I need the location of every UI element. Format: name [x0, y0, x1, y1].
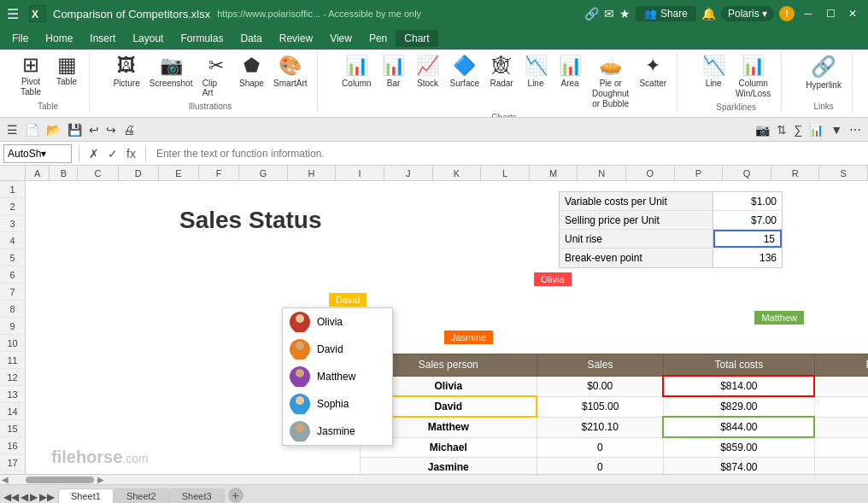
- col-header-H[interactable]: H: [288, 166, 337, 180]
- menu-insert[interactable]: Insert: [81, 30, 124, 47]
- sheet-tab-1[interactable]: Sheet1: [58, 488, 114, 503]
- add-sheet-button[interactable]: +: [228, 488, 243, 503]
- radar-chart-button[interactable]: 🕸 Radar: [486, 53, 517, 90]
- col-header-I[interactable]: I: [336, 166, 384, 180]
- menu-view[interactable]: View: [321, 30, 361, 47]
- menu-formulas[interactable]: Formulas: [172, 30, 232, 47]
- cell-olivia-totalcosts[interactable]: $814.00: [663, 376, 814, 396]
- qa-formula-icon[interactable]: ∑: [792, 121, 804, 138]
- col-header-K[interactable]: K: [433, 166, 482, 180]
- cell-david-totalcosts[interactable]: $829.00: [663, 396, 814, 417]
- cell-jasmine-profit[interactable]: ($454.00): [814, 458, 868, 475]
- line-chart-button[interactable]: 📉 Line: [520, 53, 551, 90]
- cell-michael-profit[interactable]: ($544.00): [814, 437, 868, 458]
- scroll-right-btn[interactable]: ▶: [97, 475, 104, 484]
- qa-undo-icon[interactable]: ↩: [87, 121, 101, 138]
- row-3[interactable]: 3: [0, 215, 25, 232]
- cell-jasmine-totalcosts[interactable]: $874.00: [663, 458, 814, 475]
- row-17[interactable]: 17: [0, 454, 25, 471]
- qa-print-icon[interactable]: 🖨: [121, 121, 137, 138]
- menu-review[interactable]: Review: [271, 30, 321, 47]
- row-13[interactable]: 13: [0, 386, 25, 403]
- sheet-nav-last[interactable]: ▶▶: [39, 491, 55, 503]
- row-2[interactable]: 2: [0, 198, 25, 215]
- dropdown-item-david[interactable]: David: [283, 336, 392, 363]
- cell-jasmine-name[interactable]: Jasmine: [360, 458, 537, 475]
- close-button[interactable]: ✕: [844, 5, 861, 22]
- row-15[interactable]: 15: [0, 420, 25, 437]
- share-button[interactable]: 👥 Share: [636, 6, 696, 21]
- col-header-E[interactable]: E: [159, 166, 199, 180]
- function-button[interactable]: fx: [124, 147, 138, 161]
- sheet-tab-3[interactable]: Sheet3: [169, 488, 225, 503]
- stock-chart-button[interactable]: 📈 Stock: [413, 53, 443, 90]
- column-chart-button[interactable]: 📊 Column: [338, 53, 374, 90]
- row-1[interactable]: 1: [0, 181, 25, 198]
- row-7[interactable]: 7: [0, 284, 25, 301]
- cell-michael-sales[interactable]: 0: [537, 437, 663, 458]
- dropdown-item-sophia[interactable]: Sophia: [283, 390, 392, 418]
- maximize-button[interactable]: ☐: [822, 5, 839, 22]
- col-header-R[interactable]: R: [771, 166, 820, 180]
- row-5[interactable]: 5: [0, 249, 25, 266]
- link-icon[interactable]: 🔗: [584, 7, 599, 20]
- picture-button[interactable]: 🖼 Picture: [110, 53, 143, 90]
- qa-more-icon[interactable]: ⋯: [847, 121, 863, 138]
- surface-chart-button[interactable]: 🔷 Surface: [447, 53, 483, 90]
- cell-olivia-sales[interactable]: $0.00: [537, 376, 663, 396]
- formula-input[interactable]: [153, 144, 865, 163]
- bell-icon[interactable]: 🔔: [701, 7, 716, 20]
- menu-layout[interactable]: Layout: [124, 30, 172, 47]
- qa-open-icon[interactable]: 📂: [44, 121, 62, 138]
- qa-chart-icon[interactable]: 📊: [807, 121, 825, 138]
- cell-david-sales[interactable]: $105.00: [537, 396, 663, 417]
- cell-matthew-profit[interactable]: ($633.90): [814, 417, 868, 437]
- sparkline-column-button[interactable]: 📊 ColumnWin/Loss: [732, 53, 774, 101]
- dropdown-item-jasmine[interactable]: Jasmine: [283, 418, 392, 445]
- row-9[interactable]: 9: [0, 318, 25, 335]
- qa-menu-icon[interactable]: ☰: [5, 121, 20, 138]
- col-header-P[interactable]: P: [675, 166, 724, 180]
- menu-file[interactable]: File: [3, 30, 37, 47]
- menu-pen[interactable]: Pen: [361, 30, 396, 47]
- qa-filter-icon[interactable]: ▼: [829, 121, 844, 138]
- qa-screenshot-icon[interactable]: 📷: [754, 121, 771, 138]
- shape-button[interactable]: ⬟ Shape: [236, 53, 267, 90]
- menu-data[interactable]: Data: [232, 30, 270, 47]
- qa-sort-icon[interactable]: ⇅: [775, 121, 789, 138]
- row-12[interactable]: 12: [0, 369, 25, 386]
- sheet-nav-prev[interactable]: ◀: [21, 491, 28, 503]
- col-header-Q[interactable]: Q: [723, 166, 771, 180]
- col-header-L[interactable]: L: [481, 166, 530, 180]
- qa-new-icon[interactable]: 📄: [23, 121, 41, 138]
- clipart-button[interactable]: ✂ Clip Art: [199, 53, 232, 99]
- cell-michael-totalcosts[interactable]: $859.00: [663, 437, 814, 458]
- pie-chart-button[interactable]: 🥧 Pie orDoughnutor Bubble: [589, 53, 632, 111]
- row-10[interactable]: 10: [0, 335, 25, 352]
- cell-matthew-sales[interactable]: $210.10: [537, 417, 663, 437]
- col-header-D[interactable]: D: [119, 166, 159, 180]
- cancel-formula-button[interactable]: ✗: [86, 147, 102, 161]
- menu-home[interactable]: Home: [37, 30, 81, 47]
- hyperlink-button[interactable]: 🔗 Hyperlink: [802, 53, 845, 91]
- scatter-chart-button[interactable]: ✦ Scatter: [636, 53, 670, 90]
- unit-rise-value[interactable]: 15: [713, 230, 782, 248]
- col-header-S[interactable]: S: [819, 166, 868, 180]
- screenshot-button[interactable]: 📷 Screenshot: [146, 53, 195, 90]
- confirm-formula-button[interactable]: ✓: [105, 147, 120, 161]
- col-header-A[interactable]: A: [26, 166, 50, 180]
- scroll-thumb[interactable]: [26, 477, 94, 483]
- col-header-J[interactable]: J: [384, 166, 433, 180]
- row-4[interactable]: 4: [0, 232, 25, 249]
- table-button[interactable]: ▦ Table: [51, 53, 82, 88]
- qa-redo-icon[interactable]: ↪: [104, 121, 118, 138]
- area-chart-button[interactable]: 📊 Area: [554, 53, 585, 90]
- cell-matthew-totalcosts[interactable]: $844.00: [663, 417, 814, 437]
- bar-chart-button[interactable]: 📊 Bar: [378, 53, 409, 90]
- sparkline-line-button[interactable]: 📉 Line: [698, 53, 729, 90]
- hamburger-menu[interactable]: ☰: [7, 6, 19, 22]
- col-header-G[interactable]: G: [239, 166, 288, 180]
- col-header-N[interactable]: N: [578, 166, 626, 180]
- minimize-button[interactable]: ─: [800, 5, 817, 22]
- menu-chart[interactable]: Chart: [396, 30, 437, 47]
